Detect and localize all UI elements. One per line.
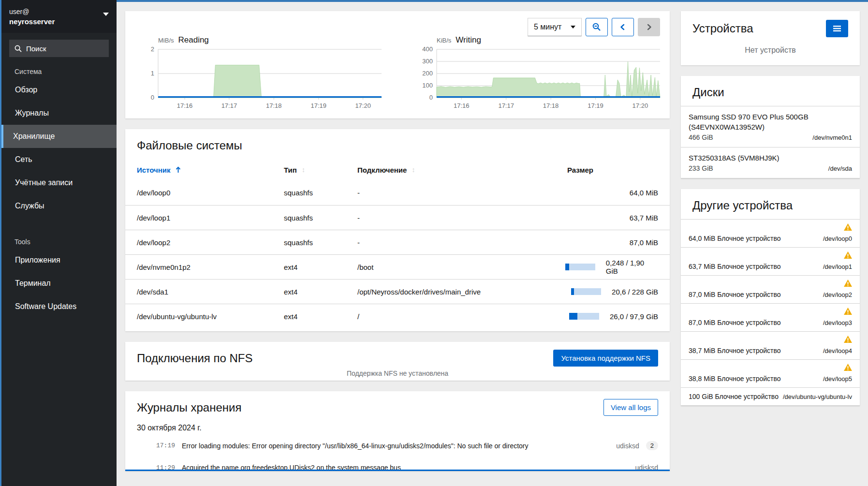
block-device-entry[interactable]: 38,7 MiB Блочное устройство /dev/loop4 xyxy=(681,332,860,360)
disk-size: 466 GiB xyxy=(689,133,713,141)
install-nfs-button[interactable]: Установка поддержки NFS xyxy=(553,350,658,367)
block-device-label: 87,0 MiB Блочное устройство xyxy=(689,291,781,298)
column-header-mount[interactable]: Подключение ↕ xyxy=(357,166,565,174)
log-service: udisksd xyxy=(635,464,658,471)
next-range-button[interactable] xyxy=(638,18,660,36)
log-message: Error loading modules: Error opening dir… xyxy=(182,442,609,450)
block-device-entry[interactable]: 64,0 MiB Блочное устройство /dev/loop0 xyxy=(681,220,860,248)
disk-path: /dev/nvme0n1 xyxy=(812,134,852,141)
table-row[interactable]: /dev/loop2 squashfs - 87,0 MiB xyxy=(125,230,670,254)
sidebar: user@ neyrosserver Поиск Система Обзор Ж… xyxy=(0,0,117,486)
writing-chart-plot: 400300200100017:1617:1717:1817:1917:20 xyxy=(415,47,672,110)
fs-source: /dev/loop2 xyxy=(137,238,284,247)
chart-toolbar: 5 минут xyxy=(528,18,660,36)
usage-bar xyxy=(569,313,599,320)
devices-card: Устройства Нет устройств xyxy=(681,11,860,65)
disks-title: Диски xyxy=(692,86,848,99)
fs-size: 87,0 MiB xyxy=(630,238,658,247)
chart-title: Reading xyxy=(178,35,209,45)
block-device-path: /dev/loop5 xyxy=(823,375,852,383)
disk-entry[interactable]: Samsung SSD 970 EVO Plus 500GB (S4EVNX0W… xyxy=(681,106,860,147)
fs-type: squashfs xyxy=(284,189,357,197)
devices-title: Устройства xyxy=(692,22,753,35)
log-message: Acquired the name org.freedesktop.UDisks… xyxy=(182,464,629,471)
warning-icon xyxy=(844,308,852,315)
block-device-entry[interactable]: 100 GiB Блочное устройство /dev/ubuntu-v… xyxy=(681,388,860,406)
search-input[interactable]: Поиск xyxy=(9,40,109,57)
svg-text:17:17: 17:17 xyxy=(221,102,237,109)
block-device-path: /dev/loop2 xyxy=(823,291,852,298)
interval-select-value: 5 минут xyxy=(534,23,561,31)
log-entry[interactable]: 17:19 Error loading modules: Error openi… xyxy=(137,436,658,455)
fs-source: /dev/loop1 xyxy=(137,214,284,222)
fs-size: 0,248 / 1,90 GiB xyxy=(606,259,658,275)
block-device-path: /dev/loop4 xyxy=(823,347,852,354)
svg-text:300: 300 xyxy=(422,58,433,65)
column-label: Тип xyxy=(284,166,297,174)
sidebar-item[interactable]: Обзор xyxy=(1,78,117,102)
chart-title: Writing xyxy=(456,35,481,45)
block-device-path: /dev/loop0 xyxy=(823,235,852,242)
log-entry[interactable]: 11:29 Acquired the name org.freedesktop.… xyxy=(137,459,658,471)
sidebar-item[interactable]: Терминал xyxy=(1,272,117,295)
sidebar-item[interactable]: Приложения xyxy=(1,249,117,272)
fs-size: 20,6 / 228 GiB xyxy=(612,288,658,296)
table-row[interactable]: /dev/loop0 squashfs - 64,0 MiB xyxy=(125,180,670,205)
other-devices-title: Другие устройства xyxy=(692,199,848,212)
sidebar-item[interactable]: Журналы xyxy=(1,102,117,125)
svg-text:2: 2 xyxy=(151,47,154,53)
block-device-entry[interactable]: 63,7 MiB Блочное устройство /dev/loop1 xyxy=(681,248,860,276)
block-device-path: /dev/loop3 xyxy=(823,319,852,326)
svg-text:17:20: 17:20 xyxy=(355,102,371,109)
column-label: Размер xyxy=(567,166,593,174)
nav-section-label: Система xyxy=(1,60,117,78)
table-row[interactable]: /dev/sda1 ext4 /opt/Neyross/docker/drive… xyxy=(125,279,670,304)
top-accent-bar xyxy=(0,0,868,2)
nfs-title: Подключения по NFS xyxy=(137,352,253,365)
table-row[interactable]: /dev/loop1 squashfs - 63,7 MiB xyxy=(125,205,670,230)
disks-card: Диски Samsung SSD 970 EVO Plus 500GB (S4… xyxy=(681,76,860,178)
column-header-source[interactable]: Источник xyxy=(137,166,284,174)
sidebar-item[interactable]: Учётные записи xyxy=(1,171,117,194)
svg-text:0: 0 xyxy=(151,94,154,101)
sidebar-item[interactable]: Сеть xyxy=(1,148,117,171)
fs-source: /dev/sda1 xyxy=(137,288,284,296)
table-row[interactable]: /dev/nvme0n1p2 ext4 /boot 0,248 / 1,90 G… xyxy=(125,254,670,279)
svg-text:0: 0 xyxy=(429,94,433,101)
prev-range-button[interactable] xyxy=(612,18,634,36)
svg-text:17:17: 17:17 xyxy=(498,102,514,109)
log-time: 17:19 xyxy=(156,442,175,449)
user-menu[interactable]: user@ neyrosserver xyxy=(1,0,117,33)
interval-select[interactable]: 5 минут xyxy=(528,18,582,36)
zoom-out-icon xyxy=(592,23,601,31)
sort-both-icon: ↕ xyxy=(412,166,415,174)
nav-section-label: Tools xyxy=(1,230,117,249)
create-devices-menu-button[interactable] xyxy=(826,20,848,37)
main-content: 5 минут xyxy=(125,11,670,482)
sidebar-item-label: Терминал xyxy=(15,279,51,288)
search-icon xyxy=(15,45,22,52)
disk-entry[interactable]: ST3250318AS (5VM8HJ9K) 233 GiB /dev/sda xyxy=(681,147,860,178)
sidebar-item-label: Журналы xyxy=(15,109,49,118)
usage-bar xyxy=(565,264,595,270)
search-placeholder: Поиск xyxy=(26,44,46,53)
warning-icon xyxy=(844,280,852,287)
block-device-entry[interactable]: 38,8 MiB Блочное устройство /dev/loop5 xyxy=(681,360,860,388)
block-device-entry[interactable]: 87,0 MiB Блочное устройство /dev/loop3 xyxy=(681,304,860,332)
sidebar-item[interactable]: Software Updates xyxy=(1,295,117,318)
view-all-logs-button[interactable]: View all logs xyxy=(603,399,658,416)
fs-type: squashfs xyxy=(284,238,357,247)
warning-icon xyxy=(844,336,852,343)
block-device-label: 38,7 MiB Блочное устройство xyxy=(689,347,781,354)
devices-empty-text: Нет устройств xyxy=(681,42,860,65)
fs-type: ext4 xyxy=(284,263,357,271)
filesystems-table-body: /dev/loop0 squashfs - 64,0 MiB /dev/loop… xyxy=(125,180,670,328)
block-device-entry[interactable]: 87,0 MiB Блочное устройство /dev/loop2 xyxy=(681,276,860,304)
sidebar-item[interactable]: Службы xyxy=(1,194,117,218)
filesystems-table-header: Источник Тип ↕ Подключение ↕ Размер xyxy=(125,159,670,180)
sidebar-item[interactable]: Хранилище xyxy=(1,125,117,148)
table-row[interactable]: /dev/ubuntu-vg/ubuntu-lv ext4 / 26,0 / 9… xyxy=(125,304,670,328)
nav-section-system: Система Обзор Журналы Хранилище Сеть Учё… xyxy=(1,60,117,218)
column-header-type[interactable]: Тип ↕ xyxy=(284,166,357,174)
zoom-out-button[interactable] xyxy=(586,18,608,36)
